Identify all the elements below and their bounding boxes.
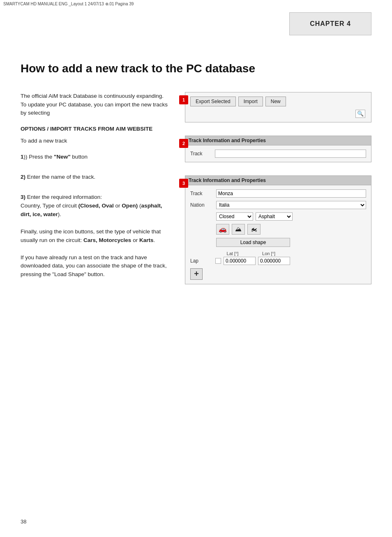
intro-paragraph: The official AiM track Database is conti… (21, 92, 173, 118)
add-btn-row: + (190, 268, 366, 280)
step-badge-1: 1 (179, 95, 188, 104)
two-column-layout: The official AiM track Database is conti… (21, 92, 371, 291)
step-3-para2: Finally, using the icon buttons, set the… (21, 228, 173, 245)
track-name-row: Track (190, 189, 366, 198)
left-column: The official AiM track Database is conti… (21, 92, 173, 291)
step-1-label: 1)) Press the "New" button (21, 154, 88, 160)
panel2-track-row: Track (190, 150, 366, 158)
car-icon: 🚗 (219, 225, 227, 233)
lap-checkbox[interactable] (215, 258, 221, 264)
vehicle-icons-row: 🚗 ⛰ 🏍 (216, 224, 366, 235)
kart-icon: ⛰ (235, 226, 242, 233)
new-button[interactable]: New (265, 97, 286, 106)
circuit-type-select[interactable]: Closed Oval Open (216, 212, 253, 221)
options-heading: OPTIONS / IMPORT TRACKS FROM AIM WEBSITE (21, 125, 173, 134)
panel1-wrapper: 1 Export Selected Import New 🔍 (185, 92, 371, 122)
lon-input[interactable] (258, 257, 290, 265)
step-3-para3: If you have already run a test on the tr… (21, 254, 173, 279)
page-number: 38 (21, 519, 26, 525)
add-track-text: To add a new track (21, 137, 173, 145)
intro-text-1: The official AiM track Database is conti… (21, 93, 164, 99)
step-badge-3: 3 (179, 179, 188, 188)
track-name-label: Track (190, 191, 213, 196)
panel2-body: Track (185, 145, 371, 162)
track-name-input[interactable] (216, 189, 366, 198)
intro-text-2: To update your PC database, you can impo… (21, 101, 168, 116)
panel3-title-bar: Track Information and Properties (185, 176, 371, 185)
nation-row: Nation Italia (190, 201, 366, 209)
right-column: 1 Export Selected Import New 🔍 (185, 92, 371, 291)
panel1-buttons: Export Selected Import New (190, 97, 366, 106)
export-selected-button[interactable]: Export Selected (190, 97, 236, 106)
panel2-wrapper: 2 Track Information and Properties Track (185, 136, 371, 162)
step-3-text: 3) Enter the required information: Count… (21, 193, 173, 219)
moto-icon-button[interactable]: 🏍 (247, 224, 261, 235)
panel2-track-input[interactable] (215, 150, 366, 158)
car-icon-button[interactable]: 🚗 (216, 224, 229, 235)
page-header: SMARTYCAM HD MANUALE ENG _Layout 1 24/07… (0, 0, 392, 7)
load-shape-row: Load shape (216, 238, 366, 247)
main-content: How to add a new track to the PC databas… (21, 62, 371, 290)
panel2: Track Information and Properties Track (185, 136, 371, 162)
load-shape-button[interactable]: Load shape (216, 238, 290, 247)
panel3-wrapper: 3 Track Information and Properties Track… (185, 175, 371, 284)
lon-header: Lon [°] (252, 251, 285, 256)
panel1: Export Selected Import New 🔍 (185, 92, 371, 122)
chapter-title: CHAPTER 4 (310, 20, 351, 27)
step-2-text: 2) Enter the name of the track. (21, 173, 173, 182)
panel2-title-bar: Track Information and Properties (185, 136, 371, 145)
lat-header: Lat [°] (216, 251, 249, 256)
nation-label: Nation (190, 202, 213, 208)
header-text: SMARTYCAM HD MANUALE ENG _Layout 1 24/07… (3, 2, 134, 6)
import-button[interactable]: Import (238, 97, 263, 106)
step-1-text: 1)) Press the "New" button (21, 153, 173, 161)
lap-label: Lap (190, 258, 213, 264)
step-badge-2: 2 (179, 139, 188, 148)
panel3-body: Track Nation Italia (185, 185, 371, 284)
search-icon-box[interactable]: 🔍 (355, 110, 365, 118)
coords-header-row: Lat [°] Lon [°] (216, 251, 366, 256)
lat-input[interactable] (224, 257, 256, 265)
surface-type-select[interactable]: Asphalt Dirt Ice Water (256, 212, 293, 221)
step-2-label: 2) Enter the name of the track. (21, 174, 95, 180)
dropdowns-row: Closed Oval Open Asphalt Dirt Ice Water (216, 212, 366, 221)
panel2-track-label: Track (190, 151, 211, 157)
moto-icon: 🏍 (251, 226, 257, 233)
search-row: 🔍 (190, 110, 366, 118)
panel3: Track Information and Properties Track N… (185, 175, 371, 284)
lap-row: Lap (190, 257, 366, 265)
page-title: How to add a new track to the PC databas… (21, 62, 371, 76)
search-icon: 🔍 (357, 111, 364, 117)
nation-select[interactable]: Italia (216, 201, 366, 209)
step-3-block: 3) Enter the required information: Count… (21, 193, 173, 279)
add-button[interactable]: + (190, 268, 203, 280)
kart-icon-button[interactable]: ⛰ (232, 224, 245, 235)
chapter-box: CHAPTER 4 (289, 12, 371, 35)
